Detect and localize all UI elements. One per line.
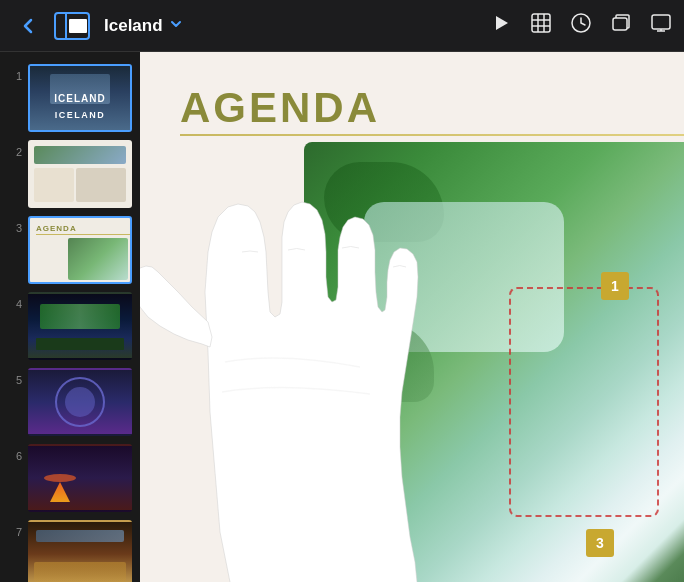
slide-thumbnail[interactable] xyxy=(28,140,132,208)
toolbar: Iceland xyxy=(0,0,684,52)
slide-thumbnail[interactable]: AGENDA xyxy=(28,216,132,284)
slide-main: AGENDA 1 3 xyxy=(140,52,684,582)
stack-button[interactable] xyxy=(610,12,632,39)
slide-item[interactable]: 4 xyxy=(0,288,140,364)
slide-thumbnail[interactable] xyxy=(28,520,132,582)
clock-button[interactable] xyxy=(570,12,592,39)
map-marker-1: 1 xyxy=(601,272,629,300)
presentation-title: Iceland xyxy=(104,16,163,36)
main-area: 1 ICELAND 2 3 AGENDA 4 xyxy=(0,52,684,582)
slide-item[interactable]: 6 xyxy=(0,440,140,516)
slide-thumbnail[interactable] xyxy=(28,292,132,360)
slide-item[interactable]: 3 AGENDA xyxy=(0,212,140,288)
screen-button[interactable] xyxy=(650,12,672,39)
presentation-title-group: Iceland xyxy=(104,16,183,36)
slide-item[interactable]: 7 xyxy=(0,516,140,582)
table-button[interactable] xyxy=(530,12,552,39)
slide-thumbnail[interactable] xyxy=(28,368,132,436)
svg-rect-7 xyxy=(652,15,670,29)
svg-rect-0 xyxy=(532,14,550,32)
map-route-line xyxy=(509,287,659,517)
slide-panel[interactable]: 1 ICELAND 2 3 AGENDA 4 xyxy=(0,52,140,582)
title-chevron-icon[interactable] xyxy=(169,17,183,34)
right-toolbar-icons xyxy=(490,12,672,39)
play-button[interactable] xyxy=(490,12,512,39)
sidebar-view-button[interactable] xyxy=(54,12,90,40)
map-area: 1 3 xyxy=(140,52,684,582)
slide-thumbnail[interactable]: ICELAND xyxy=(28,64,132,132)
slide-item[interactable]: 5 xyxy=(0,364,140,440)
svg-rect-6 xyxy=(613,18,627,30)
slide-item[interactable]: 2 xyxy=(0,136,140,212)
back-button[interactable] xyxy=(12,10,44,42)
slide-thumbnail[interactable] xyxy=(28,444,132,512)
map-marker-3: 3 xyxy=(586,529,614,557)
slide-item[interactable]: 1 ICELAND xyxy=(0,60,140,136)
